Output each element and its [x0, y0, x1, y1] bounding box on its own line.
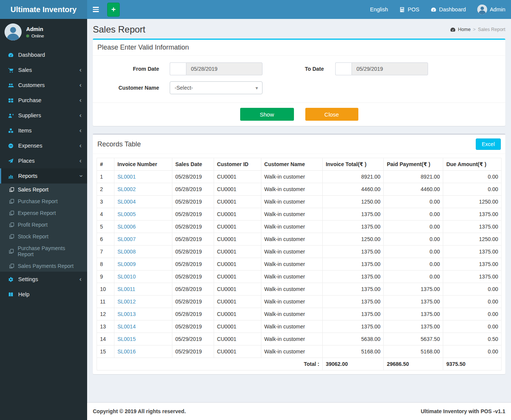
- table-cell: 0.00: [443, 345, 502, 358]
- cell-invoice: SL0013: [114, 308, 172, 320]
- invoice-link[interactable]: SL0007: [117, 236, 136, 242]
- table-cell: 1375.00: [322, 283, 383, 296]
- from-date-label: From Date: [97, 66, 159, 72]
- sidebar-subitem-label: Purchase Report: [18, 198, 58, 204]
- sidebar-item-help[interactable]: Help: [0, 287, 87, 302]
- sidebar-subitem-purchase-payments-report[interactable]: Purchase Payments Report: [0, 242, 87, 260]
- table-cell: Walk-in customer: [261, 320, 322, 333]
- sidebar-item-label: Expenses: [18, 143, 80, 149]
- from-date-input[interactable]: [186, 62, 263, 75]
- invoice-link[interactable]: SL0011: [117, 286, 135, 292]
- table-cell: 8921.00: [384, 171, 443, 183]
- table-cell: 8921.00: [322, 171, 383, 183]
- column-header-customer-id: Customer ID: [214, 158, 261, 171]
- invoice-link[interactable]: SL0016: [117, 348, 136, 355]
- table-cell: 1250.00: [443, 196, 502, 208]
- customer-select[interactable]: -Select- ▾: [170, 81, 263, 94]
- user-avatar: [5, 23, 22, 40]
- table-cell: 0.00: [384, 258, 443, 271]
- cell-invoice: SL0014: [114, 320, 172, 333]
- table-cell: CU0001: [214, 221, 261, 233]
- invoice-link[interactable]: SL0008: [117, 249, 136, 255]
- records-panel-title: Records Table: [97, 140, 141, 148]
- breadcrumb: Home > Sales Report: [450, 27, 505, 33]
- sidebar-item-expenses[interactable]: Expenses‹: [0, 138, 87, 153]
- sidebar-subitem-sales-report[interactable]: Sales Report: [0, 184, 87, 195]
- nav-item-english[interactable]: English: [364, 0, 394, 19]
- invoice-link[interactable]: SL0015: [117, 336, 136, 342]
- total-paid-amount: 29686.50: [384, 358, 443, 370]
- table-row: 8SL000905/28/2019CU0001Walk-in customer1…: [97, 258, 502, 271]
- nav-item-dashboard[interactable]: Dashboard: [425, 0, 472, 19]
- home-gauge-icon: [450, 27, 456, 33]
- invoice-link[interactable]: SL0014: [117, 324, 136, 330]
- column-header-: #: [97, 158, 114, 171]
- sidebar-subitem-sales-payments-report[interactable]: Sales Payments Report: [0, 260, 87, 272]
- table-cell: 1375.00: [322, 320, 383, 333]
- invoice-link[interactable]: SL0005: [117, 211, 136, 217]
- table-cell: CU0001: [214, 246, 261, 258]
- invoice-link[interactable]: SL0012: [117, 299, 136, 305]
- sidebar-subitem-profit-report[interactable]: Profit Report: [0, 219, 87, 230]
- sidebar-item-customers[interactable]: Customers‹: [0, 78, 87, 93]
- invoice-link[interactable]: SL0009: [117, 261, 136, 267]
- invoice-link[interactable]: SL0001: [117, 174, 136, 180]
- calendar-icon: [335, 62, 352, 75]
- invoice-link[interactable]: SL0002: [117, 186, 136, 192]
- table-cell: 1375.00: [443, 258, 502, 271]
- table-cell: 05/28/2019: [172, 233, 214, 246]
- breadcrumb-separator: >: [473, 27, 475, 32]
- table-cell: 4460.00: [384, 183, 443, 196]
- sidebar-item-dashboard[interactable]: Dashboard: [0, 47, 87, 62]
- sidebar-subitem-stock-report[interactable]: Stock Report: [0, 230, 87, 242]
- nav-item-admin[interactable]: Admin: [472, 0, 511, 19]
- table-cell: 1375.00: [384, 283, 443, 296]
- invoice-link[interactable]: SL0010: [117, 274, 136, 280]
- table-cell: 6: [97, 233, 114, 246]
- copy-icon: [8, 187, 15, 192]
- sidebar-item-reports[interactable]: Reports‹: [0, 168, 87, 184]
- sidebar-item-purchase[interactable]: Purchase‹: [0, 93, 87, 108]
- bar-chart-icon: [7, 173, 14, 179]
- table-row: 6SL000705/28/2019CU0001Walk-in customer1…: [97, 233, 502, 246]
- breadcrumb-home-link[interactable]: Home: [458, 27, 470, 32]
- table-cell: 1375.00: [322, 221, 383, 233]
- gauge-icon: [7, 52, 14, 58]
- invoice-link[interactable]: SL0013: [117, 311, 136, 317]
- chevron-left-icon: ‹: [80, 276, 81, 282]
- table-cell: 11: [97, 296, 114, 308]
- sidebar-item-items[interactable]: Items‹: [0, 123, 87, 138]
- table-cell: 0.00: [384, 196, 443, 208]
- filter-panel-title: Please Enter Valid Information: [93, 40, 505, 56]
- invoice-link[interactable]: SL0004: [117, 199, 136, 205]
- table-cell: 5168.00: [322, 345, 383, 358]
- sidebar-item-settings[interactable]: Settings‹: [0, 272, 87, 287]
- to-date-input[interactable]: [352, 62, 428, 75]
- sidebar-item-places[interactable]: Places‹: [0, 153, 87, 168]
- table-cell: 7: [97, 246, 114, 258]
- invoice-link[interactable]: SL0006: [117, 224, 136, 230]
- filter-panel: Please Enter Valid Information From Date…: [93, 39, 505, 126]
- sidebar-item-suppliers[interactable]: Suppliers‹: [0, 108, 87, 123]
- sidebar: Admin Online DashboardSales‹Customers‹Pu…: [0, 19, 87, 420]
- nav-item-label: Admin: [490, 6, 505, 12]
- brand-logo[interactable]: Ultimate Inventory: [0, 0, 87, 19]
- table-cell: 5637.50: [384, 333, 443, 345]
- sidebar-item-sales[interactable]: Sales‹: [0, 62, 87, 78]
- table-cell: 05/28/2019: [172, 320, 214, 333]
- show-button[interactable]: Show: [240, 108, 294, 121]
- hamburger-menu-icon[interactable]: [87, 0, 104, 19]
- close-button[interactable]: Close: [305, 108, 358, 121]
- navbar-right: EnglishPOSDashboardAdmin: [364, 0, 511, 19]
- sidebar-subitem-expense-report[interactable]: Expense Report: [0, 207, 87, 219]
- filter-actions: Show Close: [93, 103, 505, 126]
- nav-item-pos[interactable]: POS: [394, 0, 425, 19]
- excel-export-button[interactable]: Excel: [476, 138, 501, 150]
- sidebar-subitem-purchase-report[interactable]: Purchase Report: [0, 195, 87, 207]
- copy-icon: [8, 210, 15, 216]
- caret-down-icon: ▾: [255, 85, 258, 91]
- copy-icon: [8, 234, 15, 239]
- quick-add-button[interactable]: +: [107, 3, 120, 17]
- to-date-label: To Date: [263, 66, 324, 72]
- table-row: 14SL001505/29/2019CU0001Walk-in customer…: [97, 333, 502, 345]
